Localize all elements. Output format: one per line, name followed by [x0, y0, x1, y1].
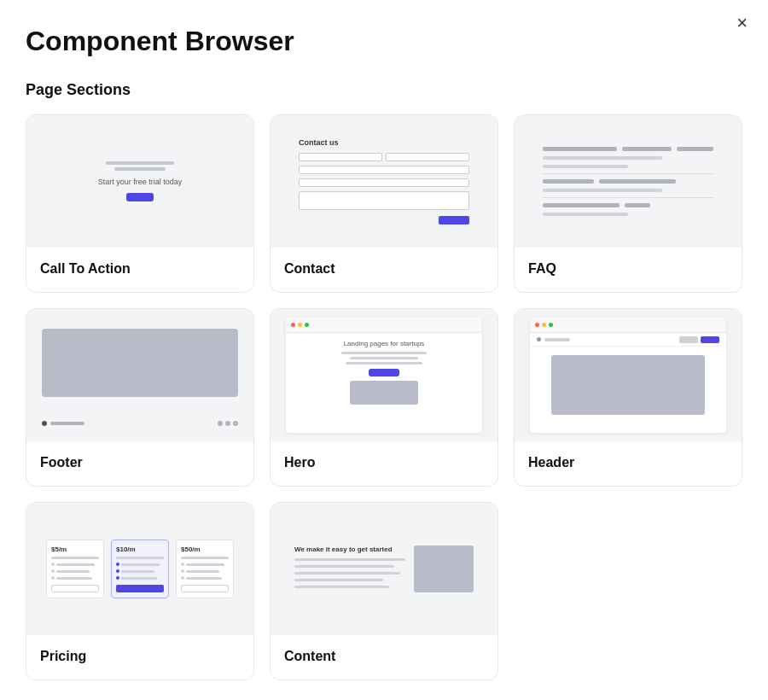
card-footer[interactable]: Footer — [26, 308, 254, 487]
footer-preview-img — [42, 329, 238, 397]
pricing-col-pro: $10/m — [111, 540, 169, 598]
card-label-header: Header — [515, 441, 742, 486]
card-label-hero: Hero — [271, 441, 497, 486]
card-faq[interactable]: FAQ — [514, 114, 742, 293]
header-preview-img — [551, 355, 705, 415]
card-label-content: Content — [271, 635, 497, 680]
contact-preview-btn — [439, 216, 469, 225]
card-preview-header — [515, 309, 742, 441]
footer-preview-dots — [218, 421, 238, 426]
card-contact[interactable]: Contact us Contact — [270, 114, 498, 293]
card-preview-faq — [515, 115, 742, 248]
hero-preview-title: Landing pages for startups — [344, 340, 425, 347]
card-cta[interactable]: Start your free trial today Call To Acti… — [26, 114, 254, 293]
section-title: Page Sections — [26, 81, 742, 99]
content-preview-title: We make it easy to get started — [294, 545, 405, 554]
footer-preview-line — [50, 422, 84, 425]
content-preview-img — [414, 545, 474, 592]
footer-preview-dot — [42, 421, 47, 426]
component-grid: Start your free trial today Call To Acti… — [26, 114, 742, 680]
card-label-pricing: Pricing — [26, 635, 253, 680]
page-title: Component Browser — [26, 26, 742, 57]
header-preview-nav — [530, 333, 726, 347]
card-header[interactable]: Header — [514, 308, 742, 487]
card-label-cta: Call To Action — [26, 248, 253, 292]
card-preview-hero: Landing pages for startups — [271, 309, 497, 441]
card-preview-contact: Contact us — [271, 115, 497, 248]
header-preview-topbar — [530, 318, 726, 333]
contact-preview-title: Contact us — [299, 138, 469, 147]
card-hero[interactable]: Landing pages for startups Hero — [270, 308, 498, 487]
cta-preview-text: Start your free trial today — [98, 178, 183, 186]
hero-preview-btn — [369, 369, 399, 376]
card-content[interactable]: We make it easy to get started Content — [270, 502, 498, 680]
card-preview-pricing: $5/m $10/m $50/m — [26, 503, 253, 635]
card-label-contact: Contact — [271, 248, 497, 292]
pricing-col-enterprise: $50/m — [176, 540, 234, 598]
card-preview-content: We make it easy to get started — [271, 503, 497, 635]
close-button[interactable]: × — [736, 14, 748, 32]
card-pricing[interactable]: $5/m $10/m $50/m — [26, 502, 254, 680]
hero-preview-topbar — [286, 318, 482, 333]
pricing-col-basic: $5/m — [46, 540, 104, 598]
hero-preview-img — [350, 381, 418, 405]
cta-preview-btn — [126, 193, 154, 201]
card-label-faq: FAQ — [515, 248, 742, 292]
card-label-footer: Footer — [26, 441, 253, 486]
card-preview-footer — [26, 309, 253, 441]
card-preview-cta: Start your free trial today — [26, 115, 253, 248]
